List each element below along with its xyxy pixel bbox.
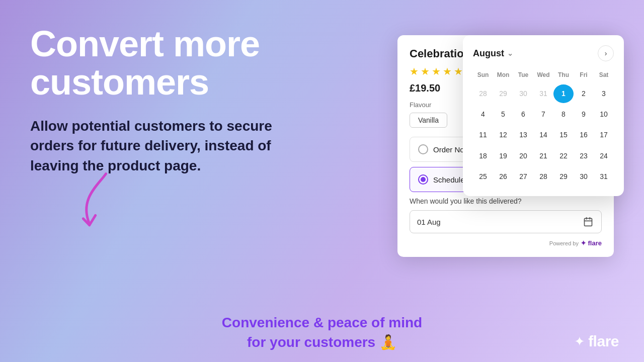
cal-cell-27[interactable]: 27	[513, 167, 533, 186]
cal-cell-4[interactable]: 4	[473, 105, 493, 124]
calendar-month-label: August	[473, 48, 504, 59]
date-input-row[interactable]: 01 Aug	[410, 210, 602, 233]
cal-cell-prev-29[interactable]: 29	[493, 84, 513, 103]
cal-cell-2[interactable]: 2	[574, 84, 594, 103]
cal-cell-6[interactable]: 6	[513, 105, 533, 124]
calendar-grid: 28 29 30 31 1 2 3 4 5 6 7 8 9 10 11 12 1…	[473, 84, 614, 186]
cal-day-sat: Sat	[594, 69, 614, 80]
star-5: ★	[454, 65, 463, 77]
cal-cell-5[interactable]: 5	[493, 105, 513, 124]
cal-cell-13[interactable]: 13	[513, 126, 533, 144]
cal-cell-7[interactable]: 7	[533, 105, 553, 124]
schedule-later-radio[interactable]	[418, 174, 428, 185]
cal-cell-19[interactable]: 19	[493, 147, 513, 165]
cal-day-tue: Tue	[513, 69, 533, 80]
cal-cell-10[interactable]: 10	[594, 105, 614, 124]
order-now-radio[interactable]	[418, 144, 428, 154]
cal-cell-26[interactable]: 26	[493, 167, 513, 186]
cal-cell-12[interactable]: 12	[493, 126, 513, 144]
cal-cell-24[interactable]: 24	[594, 147, 614, 165]
powered-by-label: Powered by	[549, 240, 579, 246]
radio-inner-dot	[421, 177, 426, 182]
bottom-text-line1: Convenience & peace of mind	[0, 313, 644, 332]
cal-cell-prev-30[interactable]: 30	[513, 84, 533, 103]
subtext: Allow potential customers to secure orde…	[30, 116, 292, 175]
cal-cell-1[interactable]: 1	[553, 84, 574, 103]
star-1: ★	[410, 65, 419, 77]
left-panel: Convert more customers Allow potential c…	[30, 20, 312, 175]
flavour-tag[interactable]: Vanilla	[410, 113, 447, 128]
flare-leaf-icon: ✦	[574, 334, 585, 349]
cal-cell-14[interactable]: 14	[533, 126, 553, 144]
cal-cell-22[interactable]: 22	[553, 147, 574, 165]
star-2: ★	[421, 65, 430, 77]
cal-cell-17[interactable]: 17	[594, 126, 614, 144]
cal-day-sun: Sun	[473, 69, 493, 80]
cal-cell-prev-28[interactable]: 28	[473, 84, 493, 103]
cal-cell-23[interactable]: 23	[574, 147, 594, 165]
cal-cell-15[interactable]: 15	[553, 126, 574, 144]
calendar-next-button[interactable]: ›	[598, 45, 614, 61]
calendar-header: August ⌄ ›	[473, 45, 614, 61]
cal-cell-25[interactable]: 25	[473, 167, 493, 186]
arrow-decoration	[65, 167, 126, 237]
cal-day-wed: Wed	[533, 69, 553, 80]
cal-cell-16[interactable]: 16	[574, 126, 594, 144]
cal-cell-28[interactable]: 28	[533, 167, 553, 186]
cal-cell-prev-31[interactable]: 31	[533, 84, 553, 103]
calendar-toggle-icon[interactable]	[582, 216, 594, 228]
cal-day-fri: Fri	[574, 69, 594, 80]
calendar-month-title: August ⌄	[473, 48, 513, 59]
cal-cell-21[interactable]: 21	[533, 147, 553, 165]
bottom-text-line2: for your customers 🧘	[0, 332, 644, 352]
flare-brand-logo: ✦ flare	[574, 333, 619, 350]
powered-by-row: Powered by ✦ flare	[410, 239, 602, 247]
calendar-popup: August ⌄ › Sun Mon Tue Wed Thu Fri Sat 2…	[463, 35, 624, 196]
flare-logo-small: ✦ flare	[581, 239, 602, 247]
right-panel: August ⌄ › Sun Mon Tue Wed Thu Fri Sat 2…	[312, 20, 614, 257]
flare-wordmark: flare	[588, 333, 619, 350]
cal-cell-18[interactable]: 18	[473, 147, 493, 165]
cal-cell-31[interactable]: 31	[594, 167, 614, 186]
cal-cell-3[interactable]: 3	[594, 84, 614, 103]
cal-cell-20[interactable]: 20	[513, 147, 533, 165]
delivery-question: When would you like this delivered?	[410, 197, 602, 205]
cal-cell-11[interactable]: 11	[473, 126, 493, 144]
cal-cell-29[interactable]: 29	[553, 167, 574, 186]
cal-cell-30[interactable]: 30	[574, 167, 594, 186]
cal-day-thu: Thu	[553, 69, 574, 80]
star-4: ★	[443, 65, 452, 77]
star-3: ★	[432, 65, 441, 77]
cal-cell-8[interactable]: 8	[553, 105, 574, 124]
svg-rect-0	[585, 218, 592, 226]
calendar-month-chevron[interactable]: ⌄	[507, 49, 513, 57]
bottom-strip: Convenience & peace of mind for your cus…	[0, 313, 644, 352]
cal-day-mon: Mon	[493, 69, 513, 80]
main-headline: Convert more customers	[30, 25, 312, 101]
cal-cell-9[interactable]: 9	[574, 105, 594, 124]
date-value: 01 Aug	[417, 218, 582, 226]
calendar-days-header: Sun Mon Tue Wed Thu Fri Sat	[473, 69, 614, 80]
